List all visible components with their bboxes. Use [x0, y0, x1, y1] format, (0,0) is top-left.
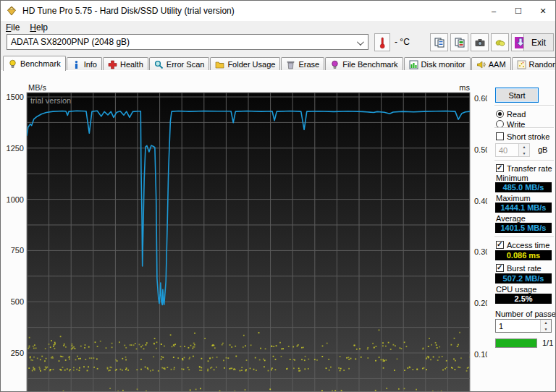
- transfer-rate-checkbox[interactable]: Transfer rate: [496, 163, 552, 173]
- tab-erase[interactable]: Erase: [281, 57, 324, 71]
- svg-text:0.10: 0.10: [474, 350, 487, 359]
- svg-text:250: 250: [11, 349, 24, 357]
- copy-screenshot-button[interactable]: [430, 33, 448, 51]
- health-cross-icon: [108, 60, 117, 69]
- stepper-arrows[interactable]: ▲▼: [518, 144, 529, 156]
- access-time-checkbox[interactable]: Access time: [496, 240, 549, 250]
- stepper-down-icon[interactable]: ▼: [519, 150, 529, 157]
- tab-info[interactable]: Info: [67, 57, 102, 71]
- benchmark-panel: Start Read Write Short stroke 40 ▲▼ gB: [490, 81, 556, 392]
- checkbox-icon: [496, 264, 504, 272]
- access-time-label: Access time: [507, 241, 549, 250]
- copy-icon: [434, 37, 445, 48]
- svg-text:0.20: 0.20: [474, 299, 487, 307]
- checkbox-icon: [496, 164, 504, 172]
- svg-text:1000: 1000: [7, 195, 24, 204]
- svg-text:0.40: 0.40: [474, 197, 487, 205]
- hands-icon: [494, 37, 506, 48]
- tab-file-benchmark[interactable]: File Benchmark: [325, 57, 403, 71]
- svg-text:500: 500: [11, 297, 24, 306]
- tab-folder-usage[interactable]: Folder Usage: [210, 57, 280, 71]
- stepper-arrows[interactable]: ▲▼: [540, 320, 551, 332]
- tab-label: AAM: [489, 60, 506, 69]
- drive-select-value: ADATA SX8200PNP (2048 gB): [11, 37, 130, 47]
- cpu-usage-value: 2.5%: [495, 294, 552, 304]
- passes-label: Number of passes: [495, 310, 556, 318]
- app-icon: [7, 6, 17, 16]
- svg-text:1500: 1500: [7, 93, 24, 101]
- passes-stepper[interactable]: 1 ▲▼: [495, 319, 552, 333]
- separator: [494, 127, 554, 129]
- short-stroke-checkbox[interactable]: Short stroke: [496, 132, 549, 141]
- bulb-purple-icon: [330, 60, 340, 69]
- exit-button[interactable]: Exit: [523, 33, 554, 51]
- tab-label: Benchmark: [20, 59, 61, 68]
- thermometer-icon: [379, 36, 386, 49]
- svg-text:0.30: 0.30: [474, 247, 487, 256]
- stepper-up-icon[interactable]: ▲: [519, 144, 529, 150]
- tab-label: Disk monitor: [421, 60, 466, 69]
- camera-icon: [474, 37, 486, 48]
- maximize-button[interactable]: ☐: [506, 1, 531, 21]
- trash-icon: [286, 60, 295, 69]
- read-radio[interactable]: Read: [496, 109, 526, 119]
- progress-label: 1/1: [542, 338, 553, 347]
- transfer-rate-label: Transfer rate: [507, 164, 552, 173]
- svg-text:trial version: trial version: [30, 96, 71, 105]
- drive-select[interactable]: ADATA SX8200PNP (2048 gB): [7, 34, 368, 50]
- tab-disk-monitor[interactable]: Disk monitor: [404, 57, 471, 71]
- svg-text:MB/s: MB/s: [28, 83, 47, 92]
- window-title: HD Tune Pro 5.75 - Hard Disk/SSD Utility…: [22, 6, 481, 16]
- title-bar: HD Tune Pro 5.75 - Hard Disk/SSD Utility…: [1, 1, 555, 21]
- donate-button[interactable]: [491, 33, 509, 51]
- cpu-usage-label: CPU usage: [496, 285, 536, 294]
- svg-text:750: 750: [11, 246, 24, 255]
- maximum-label: Maximum: [496, 194, 531, 203]
- minimum-value: 485.0 MB/s: [495, 182, 552, 192]
- temperature-button[interactable]: [374, 33, 390, 51]
- progress-bar: [495, 338, 537, 348]
- hd-tune-window: HD Tune Pro 5.75 - Hard Disk/SSD Utility…: [0, 0, 556, 392]
- separator: [494, 160, 554, 161]
- chevron-down-icon: [357, 38, 364, 46]
- copy-text-button[interactable]: [450, 33, 468, 51]
- separator: [494, 237, 554, 238]
- minimum-label: Minimum: [496, 174, 528, 182]
- benchmark-chart: MB/smstrial version150012501000750500250…: [1, 81, 487, 392]
- capacity-stepper[interactable]: 40 ▲▼: [495, 143, 530, 157]
- svg-text:0.50: 0.50: [474, 145, 487, 154]
- tab-error-scan[interactable]: Error Scan: [149, 57, 210, 71]
- close-button[interactable]: ✕: [531, 1, 555, 21]
- checkbox-icon: [496, 132, 504, 140]
- svg-text:0.60: 0.60: [474, 94, 487, 103]
- stepper-down-icon[interactable]: ▼: [541, 326, 551, 333]
- screenshot-button[interactable]: [471, 33, 489, 51]
- minimize-button[interactable]: –: [481, 1, 506, 21]
- info-icon: [72, 60, 81, 69]
- tab-label: File Benchmark: [342, 60, 397, 69]
- burst-rate-checkbox[interactable]: Burst rate: [496, 263, 542, 273]
- bar-chart-icon: [409, 60, 418, 69]
- menu-bar: File Help: [1, 21, 555, 33]
- magnifier-icon: [154, 60, 164, 69]
- checkbox-icon: [496, 241, 504, 249]
- svg-text:ms: ms: [459, 83, 470, 92]
- menu-file[interactable]: File: [1, 22, 25, 33]
- radio-icon: [496, 110, 504, 118]
- tab-label: Info: [84, 60, 97, 69]
- start-button[interactable]: Start: [495, 88, 539, 103]
- stepper-up-icon[interactable]: ▲: [541, 320, 551, 326]
- tab-label: Random Access: [529, 60, 556, 69]
- burst-rate-value: 507.2 MB/s: [495, 273, 552, 284]
- tab-aam[interactable]: AAM: [471, 57, 511, 71]
- maximum-value: 1444.1 MB/s: [495, 203, 552, 213]
- tab-benchmark[interactable]: Benchmark: [3, 56, 66, 71]
- tab-label: Folder Usage: [227, 60, 275, 69]
- tab-health[interactable]: Health: [103, 57, 148, 71]
- average-label: Average: [496, 214, 526, 223]
- temperature-value: - °C: [395, 37, 410, 47]
- average-value: 1401.5 MB/s: [495, 223, 552, 233]
- tab-random-access[interactable]: Random Access: [512, 57, 556, 71]
- menu-help[interactable]: Help: [25, 22, 53, 33]
- folder-icon: [215, 60, 224, 69]
